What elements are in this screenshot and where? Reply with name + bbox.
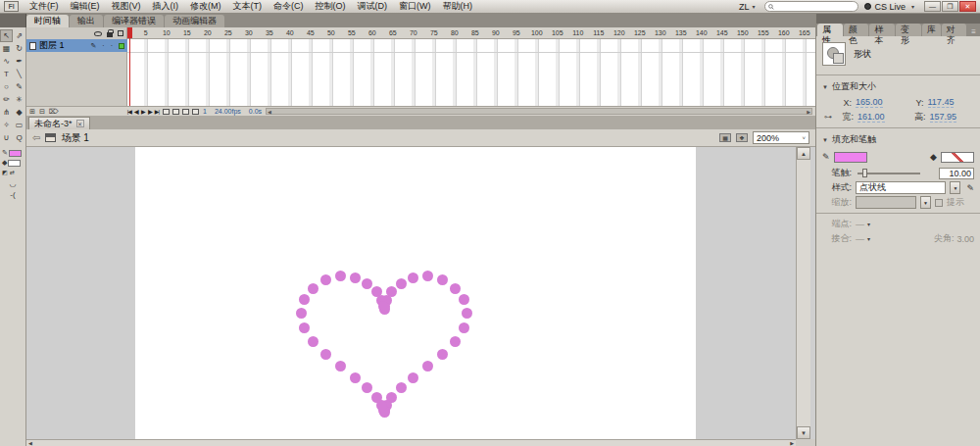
y-value[interactable]: 117.45 bbox=[928, 97, 955, 108]
paint-bucket-tool[interactable]: ◆ bbox=[13, 106, 25, 119]
timeline-ruler[interactable]: 5101520253035404550556065707580859095100… bbox=[127, 27, 815, 39]
zoom-tool[interactable]: Q bbox=[13, 131, 25, 144]
eraser-tool[interactable]: ▭ bbox=[13, 119, 25, 131]
scroll-down-icon[interactable]: ▼ bbox=[797, 426, 810, 439]
cs-live-button[interactable]: CS Live bbox=[864, 2, 906, 12]
document-close-icon[interactable]: ✕ bbox=[76, 120, 84, 127]
frames-area[interactable]: 5101520253035404550556065707580859095100… bbox=[127, 27, 815, 106]
subselection-tool[interactable]: ⇗ bbox=[13, 29, 25, 42]
fill-stroke-section-header[interactable]: ▼ 填充和笔触 bbox=[822, 131, 974, 148]
hinting-checkbox[interactable] bbox=[935, 199, 943, 207]
panel-tab-2[interactable]: 编译器错误 bbox=[104, 15, 164, 27]
fill-color-swatch[interactable] bbox=[8, 160, 21, 167]
menu-item-1[interactable]: 编辑(E) bbox=[65, 0, 106, 13]
menu-item-8[interactable]: 调试(D) bbox=[352, 0, 394, 13]
selection-tool[interactable]: ↖ bbox=[0, 29, 13, 42]
text-tool[interactable]: T bbox=[0, 68, 13, 80]
layer-name[interactable]: 图层 1 bbox=[39, 39, 65, 52]
properties-tab-4[interactable]: 库 bbox=[922, 24, 941, 36]
center-frame-icon[interactable] bbox=[163, 109, 170, 115]
restore-button[interactable]: ❐ bbox=[942, 1, 958, 12]
hand-tool[interactable]: ∪ bbox=[0, 131, 13, 144]
menu-item-2[interactable]: 视图(V) bbox=[106, 0, 147, 13]
3d-rotation-tool[interactable]: ↻ bbox=[13, 42, 25, 55]
playback-button-4[interactable]: ▶| bbox=[155, 108, 159, 115]
onion-skin-icon[interactable] bbox=[172, 109, 179, 115]
back-arrow-icon[interactable]: ⇦ bbox=[32, 132, 40, 143]
vertical-scrollbar[interactable]: ▲ ▼ bbox=[796, 147, 810, 439]
layer-row[interactable]: 图层 1 ✎ · · bbox=[26, 39, 127, 52]
layer-outline-color-box[interactable] bbox=[119, 43, 124, 49]
playback-button-3[interactable]: |▶ bbox=[148, 108, 152, 115]
default-colors-icon[interactable]: ◩ bbox=[2, 169, 8, 175]
oval-tool[interactable]: ○ bbox=[0, 80, 13, 93]
height-value[interactable]: 157.95 bbox=[930, 112, 957, 123]
stroke-slider[interactable] bbox=[858, 173, 920, 174]
panel-tab-1[interactable]: 输出 bbox=[70, 15, 103, 27]
scroll-left-icon[interactable]: ◀ bbox=[268, 109, 271, 115]
edit-stroke-style-icon[interactable]: ✎ bbox=[964, 183, 974, 193]
panel-menu-icon[interactable]: ≡ bbox=[967, 27, 980, 36]
stroke-slider-thumb[interactable] bbox=[862, 169, 867, 177]
bone-tool[interactable]: ⋔ bbox=[0, 106, 13, 119]
layer-lock-dot[interactable]: · bbox=[111, 42, 113, 49]
scroll-left-icon[interactable]: ◀ bbox=[28, 440, 32, 446]
menu-item-4[interactable]: 修改(M) bbox=[184, 0, 227, 13]
cs-live-chevron-icon[interactable]: ▾ bbox=[911, 3, 914, 10]
stroke-value-field[interactable]: 10.00 bbox=[939, 168, 974, 179]
position-size-section-header[interactable]: ▼ 位置和大小 bbox=[822, 78, 974, 95]
properties-tab-5[interactable]: 对齐 bbox=[942, 24, 967, 36]
stroke-color-control[interactable]: ✎ bbox=[0, 148, 25, 158]
playback-button-2[interactable]: ▶ bbox=[141, 108, 145, 115]
swap-colors-icon[interactable]: ⇄ bbox=[10, 169, 15, 175]
new-layer-button[interactable]: ⊞ bbox=[29, 108, 35, 116]
stroke-color-swatch[interactable] bbox=[834, 152, 867, 163]
deco-tool[interactable]: ✳ bbox=[13, 93, 25, 106]
properties-tab-2[interactable]: 样本 bbox=[869, 24, 895, 36]
panel-tab-3[interactable]: 动画编辑器 bbox=[165, 15, 224, 27]
menu-item-7[interactable]: 控制(O) bbox=[310, 0, 352, 13]
fill-color-control[interactable]: ◆ bbox=[0, 158, 25, 168]
frame-grid[interactable] bbox=[127, 39, 815, 106]
style-dropdown-arrow-icon[interactable]: ▼ bbox=[950, 181, 960, 194]
menu-item-10[interactable]: 帮助(H) bbox=[437, 0, 479, 13]
search-box[interactable] bbox=[764, 1, 858, 12]
stroke-color-swatch[interactable] bbox=[9, 150, 22, 157]
properties-tab-0[interactable]: 属性 bbox=[817, 24, 843, 36]
playback-button-1[interactable]: ◀| bbox=[134, 108, 138, 115]
scroll-up-icon[interactable]: ▲ bbox=[797, 147, 810, 160]
link-width-height-icon[interactable]: ⊶ bbox=[822, 113, 834, 122]
show-hide-icon[interactable] bbox=[94, 31, 102, 36]
framerate[interactable]: 24.00fps bbox=[215, 108, 241, 115]
new-folder-button[interactable]: ⊟ bbox=[39, 108, 45, 116]
pencil-tool[interactable]: ✎ bbox=[13, 80, 25, 93]
workspace-switcher[interactable]: ZL ▾ bbox=[735, 2, 760, 12]
document-tab[interactable]: 未命名-3* ✕ bbox=[28, 117, 90, 129]
layer-visibility-dot[interactable]: · bbox=[102, 42, 104, 49]
properties-tab-1[interactable]: 颜色 bbox=[844, 24, 869, 36]
menu-item-3[interactable]: 插入(I) bbox=[147, 0, 185, 13]
eyedropper-tool[interactable]: ✧ bbox=[0, 119, 13, 131]
heart-shape[interactable] bbox=[26, 147, 815, 439]
fill-color-swatch-none[interactable] bbox=[941, 152, 974, 163]
menu-item-5[interactable]: 文本(T) bbox=[227, 0, 269, 13]
edit-scene-button[interactable]: ▦ bbox=[719, 133, 731, 142]
brush-tool[interactable]: ✏ bbox=[0, 93, 13, 106]
snap-to-objects-toggle[interactable]: ◡ bbox=[10, 179, 17, 188]
free-transform-tool[interactable]: ▦ bbox=[0, 42, 13, 55]
width-value[interactable]: 161.00 bbox=[858, 112, 885, 123]
search-input[interactable] bbox=[776, 2, 855, 11]
style-dropdown[interactable]: 点状线 bbox=[856, 181, 946, 194]
onion-skin-outlines-icon[interactable] bbox=[182, 109, 189, 115]
panel-tab-0[interactable]: 时间轴 bbox=[26, 15, 69, 27]
scroll-right-icon[interactable]: ▶ bbox=[790, 440, 794, 446]
scroll-right-icon[interactable]: ▶ bbox=[807, 109, 810, 115]
pen-tool[interactable]: ✒ bbox=[13, 55, 25, 68]
edit-symbols-button[interactable]: ❖ bbox=[736, 133, 748, 142]
menu-item-9[interactable]: 窗口(W) bbox=[393, 0, 437, 13]
properties-tab-3[interactable]: 变形 bbox=[896, 24, 921, 36]
x-value[interactable]: 165.00 bbox=[856, 97, 883, 108]
playback-button-0[interactable]: |◀ bbox=[127, 108, 131, 115]
line-tool[interactable]: ╲ bbox=[13, 68, 25, 80]
horizontal-scrollbar[interactable]: ◀ ▶ bbox=[26, 439, 796, 446]
